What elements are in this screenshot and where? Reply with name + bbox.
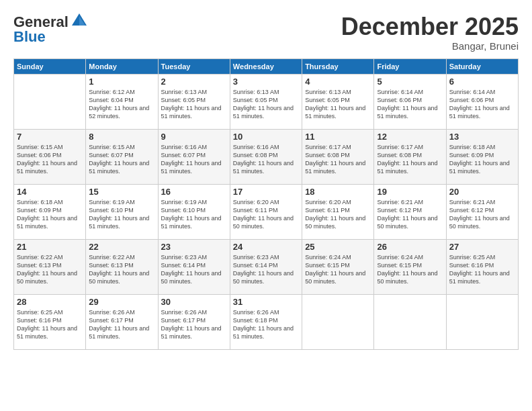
day-number: 16 — [161, 187, 227, 197]
day-info: Sunrise: 6:12 AMSunset: 6:04 PMDaylight:… — [89, 88, 154, 121]
weekday-header: Saturday — [446, 58, 518, 74]
day-info: Sunrise: 6:22 AMSunset: 6:13 PMDaylight:… — [17, 253, 83, 286]
day-info: Sunrise: 6:26 AMSunset: 6:18 PMDaylight:… — [233, 308, 299, 341]
day-number: 24 — [233, 242, 299, 252]
day-number: 5 — [377, 77, 443, 87]
calendar-cell: 18Sunrise: 6:20 AMSunset: 6:11 PMDayligh… — [302, 184, 374, 239]
day-number: 20 — [449, 187, 515, 197]
day-info: Sunrise: 6:15 AMSunset: 6:06 PMDaylight:… — [17, 143, 83, 176]
calendar-cell: 10Sunrise: 6:16 AMSunset: 6:08 PMDayligh… — [230, 129, 302, 184]
weekday-header: Wednesday — [230, 58, 302, 74]
day-info: Sunrise: 6:17 AMSunset: 6:08 PMDaylight:… — [305, 143, 371, 176]
day-number: 8 — [89, 132, 154, 142]
day-info: Sunrise: 6:14 AMSunset: 6:06 PMDaylight:… — [377, 88, 443, 121]
day-info: Sunrise: 6:25 AMSunset: 6:16 PMDaylight:… — [449, 253, 515, 286]
calendar-cell: 6Sunrise: 6:14 AMSunset: 6:06 PMDaylight… — [446, 74, 518, 129]
calendar-cell: 27Sunrise: 6:25 AMSunset: 6:16 PMDayligh… — [446, 239, 518, 294]
day-number: 6 — [449, 77, 515, 87]
day-info: Sunrise: 6:24 AMSunset: 6:15 PMDaylight:… — [377, 253, 443, 286]
day-info: Sunrise: 6:23 AMSunset: 6:14 PMDaylight:… — [233, 253, 299, 286]
calendar-week-row: 21Sunrise: 6:22 AMSunset: 6:13 PMDayligh… — [14, 239, 519, 294]
calendar-cell: 30Sunrise: 6:26 AMSunset: 6:17 PMDayligh… — [158, 294, 230, 349]
day-number: 10 — [233, 132, 299, 142]
header: General Blue December 2025 Bangar, Brune… — [13, 13, 519, 52]
weekday-header: Sunday — [14, 58, 86, 74]
day-info: Sunrise: 6:16 AMSunset: 6:08 PMDaylight:… — [233, 143, 299, 176]
calendar-cell: 20Sunrise: 6:21 AMSunset: 6:12 PMDayligh… — [446, 184, 518, 239]
day-number: 25 — [305, 242, 371, 252]
month-title: December 2025 — [341, 13, 519, 40]
day-number: 22 — [89, 242, 154, 252]
day-number: 27 — [449, 242, 515, 252]
day-info: Sunrise: 6:26 AMSunset: 6:17 PMDaylight:… — [89, 308, 154, 341]
logo-icon — [71, 12, 88, 30]
calendar-cell: 12Sunrise: 6:17 AMSunset: 6:08 PMDayligh… — [374, 129, 446, 184]
day-number: 30 — [161, 297, 227, 307]
calendar-cell — [302, 294, 374, 349]
day-number: 31 — [233, 297, 299, 307]
weekday-header: Tuesday — [158, 58, 230, 74]
day-number: 19 — [377, 187, 443, 197]
day-info: Sunrise: 6:24 AMSunset: 6:15 PMDaylight:… — [305, 253, 371, 286]
day-number: 23 — [161, 242, 227, 252]
calendar-cell: 25Sunrise: 6:24 AMSunset: 6:15 PMDayligh… — [302, 239, 374, 294]
day-info: Sunrise: 6:23 AMSunset: 6:14 PMDaylight:… — [161, 253, 227, 286]
calendar-cell: 29Sunrise: 6:26 AMSunset: 6:17 PMDayligh… — [86, 294, 158, 349]
calendar-cell: 23Sunrise: 6:23 AMSunset: 6:14 PMDayligh… — [158, 239, 230, 294]
day-info: Sunrise: 6:21 AMSunset: 6:12 PMDaylight:… — [377, 198, 443, 231]
day-number: 21 — [17, 242, 83, 252]
calendar-cell: 28Sunrise: 6:25 AMSunset: 6:16 PMDayligh… — [14, 294, 86, 349]
day-info: Sunrise: 6:25 AMSunset: 6:16 PMDaylight:… — [17, 308, 83, 341]
day-info: Sunrise: 6:17 AMSunset: 6:08 PMDaylight:… — [377, 143, 443, 176]
calendar-cell: 4Sunrise: 6:13 AMSunset: 6:05 PMDaylight… — [302, 74, 374, 129]
day-number: 17 — [233, 187, 299, 197]
calendar-week-row: 14Sunrise: 6:18 AMSunset: 6:09 PMDayligh… — [14, 184, 519, 239]
day-info: Sunrise: 6:18 AMSunset: 6:09 PMDaylight:… — [449, 143, 515, 176]
location: Bangar, Brunei — [341, 40, 519, 52]
day-info: Sunrise: 6:19 AMSunset: 6:10 PMDaylight:… — [161, 198, 227, 231]
calendar-week-row: 1Sunrise: 6:12 AMSunset: 6:04 PMDaylight… — [14, 74, 519, 129]
day-info: Sunrise: 6:14 AMSunset: 6:06 PMDaylight:… — [449, 88, 515, 121]
calendar-cell: 11Sunrise: 6:17 AMSunset: 6:08 PMDayligh… — [302, 129, 374, 184]
calendar-cell: 16Sunrise: 6:19 AMSunset: 6:10 PMDayligh… — [158, 184, 230, 239]
calendar-cell — [446, 294, 518, 349]
calendar-cell: 3Sunrise: 6:13 AMSunset: 6:05 PMDaylight… — [230, 74, 302, 129]
day-info: Sunrise: 6:13 AMSunset: 6:05 PMDaylight:… — [161, 88, 227, 121]
day-number: 3 — [233, 77, 299, 87]
weekday-header: Thursday — [302, 58, 374, 74]
day-number: 15 — [89, 187, 154, 197]
calendar-cell: 22Sunrise: 6:22 AMSunset: 6:13 PMDayligh… — [86, 239, 158, 294]
calendar-cell: 24Sunrise: 6:23 AMSunset: 6:14 PMDayligh… — [230, 239, 302, 294]
calendar-week-row: 7Sunrise: 6:15 AMSunset: 6:06 PMDaylight… — [14, 129, 519, 184]
logo-text: General Blue — [13, 13, 88, 46]
day-info: Sunrise: 6:22 AMSunset: 6:13 PMDaylight:… — [89, 253, 154, 286]
calendar-cell: 13Sunrise: 6:18 AMSunset: 6:09 PMDayligh… — [446, 129, 518, 184]
day-number: 1 — [89, 77, 154, 87]
day-number: 2 — [161, 77, 227, 87]
day-number: 13 — [449, 132, 515, 142]
day-number: 7 — [17, 132, 83, 142]
day-info: Sunrise: 6:26 AMSunset: 6:17 PMDaylight:… — [161, 308, 227, 341]
day-number: 9 — [161, 132, 227, 142]
calendar-cell — [14, 74, 86, 129]
day-number: 11 — [305, 132, 371, 142]
calendar-cell: 15Sunrise: 6:19 AMSunset: 6:10 PMDayligh… — [86, 184, 158, 239]
day-info: Sunrise: 6:21 AMSunset: 6:12 PMDaylight:… — [449, 198, 515, 231]
calendar-cell: 7Sunrise: 6:15 AMSunset: 6:06 PMDaylight… — [14, 129, 86, 184]
day-info: Sunrise: 6:13 AMSunset: 6:05 PMDaylight:… — [233, 88, 299, 121]
calendar-cell: 31Sunrise: 6:26 AMSunset: 6:18 PMDayligh… — [230, 294, 302, 349]
day-number: 4 — [305, 77, 371, 87]
calendar-cell: 26Sunrise: 6:24 AMSunset: 6:15 PMDayligh… — [374, 239, 446, 294]
day-number: 29 — [89, 297, 154, 307]
page: General Blue December 2025 Bangar, Brune… — [0, 0, 532, 411]
calendar-cell: 21Sunrise: 6:22 AMSunset: 6:13 PMDayligh… — [14, 239, 86, 294]
day-info: Sunrise: 6:13 AMSunset: 6:05 PMDaylight:… — [305, 88, 371, 121]
calendar-cell: 1Sunrise: 6:12 AMSunset: 6:04 PMDaylight… — [86, 74, 158, 129]
day-number: 12 — [377, 132, 443, 142]
calendar-week-row: 28Sunrise: 6:25 AMSunset: 6:16 PMDayligh… — [14, 294, 519, 349]
calendar-cell: 2Sunrise: 6:13 AMSunset: 6:05 PMDaylight… — [158, 74, 230, 129]
day-info: Sunrise: 6:18 AMSunset: 6:09 PMDaylight:… — [17, 198, 83, 231]
calendar-cell: 14Sunrise: 6:18 AMSunset: 6:09 PMDayligh… — [14, 184, 86, 239]
calendar-cell — [374, 294, 446, 349]
title-area: December 2025 Bangar, Brunei — [341, 13, 519, 52]
